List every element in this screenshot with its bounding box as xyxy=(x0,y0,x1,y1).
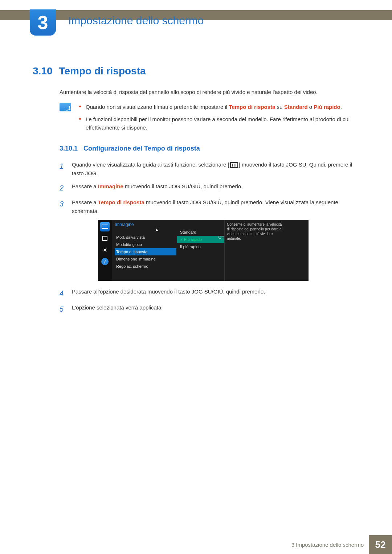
osd-item-game-mode: Modalità gioco xyxy=(115,241,174,248)
step-4: 4 Passare all'opzione desiderata muovend… xyxy=(60,287,359,299)
osd-item-eye-saver: Mod. salva vista Off xyxy=(115,234,174,241)
note-icon xyxy=(60,103,71,111)
note-block: Quando non si visualizzano filmati è pre… xyxy=(60,103,359,135)
osd-tab-picture-icon xyxy=(100,222,110,231)
step-4-text: Passare all'opzione desiderata muovendo … xyxy=(72,287,265,296)
step-5-text: L'opzione selezionata verrà applicata. xyxy=(72,303,163,312)
osd-tab-settings-icon: ✷ xyxy=(100,245,110,255)
footer: 3 Impostazione dello schermo 52 xyxy=(0,535,392,554)
osd-tab-screen-icon xyxy=(100,234,110,243)
osd-option-standard: Standard xyxy=(177,229,224,236)
chapter-number: 3 xyxy=(38,12,48,33)
osd-screenshot: ✷ i Immagine ▲ Mod. salva vista Off Moda… xyxy=(98,220,309,281)
osd-item-response-time: Tempo di risposta xyxy=(115,248,176,255)
osd-sidebar: ✷ i xyxy=(98,220,112,281)
step-3-text: Passare a Tempo di risposta muovendo il … xyxy=(72,198,359,216)
note-list: Quando non si visualizzano filmati è pre… xyxy=(79,103,359,135)
osd-options: Standard Più rapido Il più rapido xyxy=(177,220,224,281)
section-title: Tempo di risposta xyxy=(59,65,146,77)
content-area: 3.10 Tempo di risposta Aumentare la velo… xyxy=(33,65,359,319)
footer-chapter-label: 3 Impostazione dello schermo xyxy=(286,535,369,554)
osd-value-off: Off xyxy=(219,234,224,241)
osd-option-fastest: Il più rapido xyxy=(177,243,224,250)
footer-page-number: 52 xyxy=(369,535,392,554)
step-5: 5 L'opzione selezionata verrà applicata. xyxy=(60,303,359,315)
osd-description: Consente di aumentare la velocità di ris… xyxy=(224,220,286,281)
osd-menu-list: Immagine ▲ Mod. salva vista Off Modalità… xyxy=(112,220,177,281)
subsection-heading: 3.10.1 Configurazione del Tempo di rispo… xyxy=(60,145,359,152)
osd-tab-info-icon: i xyxy=(100,257,110,266)
osd-option-faster: Più rapido xyxy=(177,236,224,243)
chapter-title: Impostazione dello schermo xyxy=(68,15,204,27)
step-3: 3 Passare a Tempo di risposta muovendo i… xyxy=(60,198,359,216)
menu-icon xyxy=(230,162,238,168)
subsection-title: Configurazione del Tempo di risposta xyxy=(83,145,200,152)
section-number: 3.10 xyxy=(33,65,53,77)
osd-main: Immagine ▲ Mod. salva vista Off Modalità… xyxy=(112,220,309,281)
osd-item-screen-adjust: Regolaz. schermo xyxy=(115,263,174,270)
osd-scroll-up-icon: ▲ xyxy=(155,227,159,232)
steps-list: 1 Quando viene visualizzata la guida ai … xyxy=(60,160,359,315)
step-2-text: Passare a Immagine muovendo il tasto JOG… xyxy=(72,182,242,191)
step-2: 2 Passare a Immagine muovendo il tasto J… xyxy=(60,182,359,194)
note-item-1: Quando non si visualizzano filmati è pre… xyxy=(79,103,359,111)
step-1: 1 Quando viene visualizzata la guida ai … xyxy=(60,160,359,178)
section-heading: 3.10 Tempo di risposta xyxy=(33,65,359,77)
osd-item-image-size: Dimensione immagine xyxy=(115,255,174,263)
intro-paragraph: Aumentare la velocità di risposta del pa… xyxy=(60,88,359,96)
step-1-text: Quando viene visualizzata la guida ai ta… xyxy=(72,160,359,178)
subsection-number: 3.10.1 xyxy=(60,145,78,152)
chapter-number-tab: 3 xyxy=(30,9,56,36)
osd-menu-header: Immagine ▲ xyxy=(115,222,174,232)
note-item-2: Le funzioni disponibili per il monitor p… xyxy=(79,115,359,132)
